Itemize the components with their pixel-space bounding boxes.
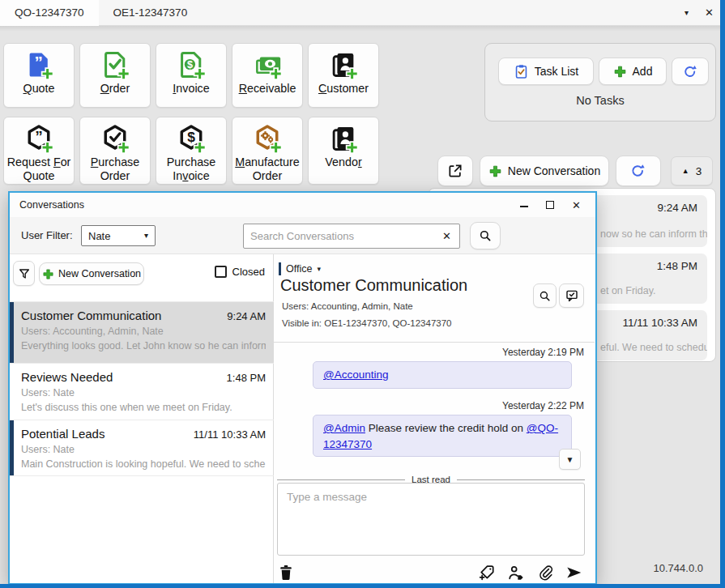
quote-document-icon: ”	[23, 49, 54, 80]
svg-text:”: ”	[35, 128, 43, 145]
dollar-hexagon-icon: $	[176, 123, 207, 154]
no-tasks-text: No Tasks	[485, 94, 715, 107]
message-timestamp: Yesterday 2:22 PM	[502, 400, 584, 411]
mention-link[interactable]: @Admin	[323, 422, 365, 434]
mention-link[interactable]: @Accounting	[323, 369, 389, 381]
tab-oe1-12347370[interactable]: OE1-12347370	[99, 0, 203, 26]
peek-time: 1:48 PM	[657, 260, 697, 272]
quote-button[interactable]: ” Quote	[3, 43, 75, 108]
refresh-conversations-button[interactable]	[616, 156, 661, 186]
tab-bar: QO-12347370 OE1-12347370 ▾ ✕	[0, 0, 725, 26]
task-panel: Task List Add No Tasks	[484, 43, 716, 121]
dialog-titlebar[interactable]: Conversations ✕	[10, 193, 595, 217]
triangle-down-icon: ▼	[566, 455, 574, 464]
thread-users: Users: Accounting, Admin, Nate	[282, 301, 413, 311]
peek-preview: eful. We need to schedul	[600, 342, 707, 353]
collapse-panel-button[interactable]: ▲ 3	[671, 156, 713, 185]
unread-indicator	[10, 420, 14, 475]
closed-filter[interactable]: Closed	[215, 266, 265, 278]
dollar-document-icon: $	[176, 49, 207, 80]
message-text: Please review the credit hold on	[365, 422, 527, 434]
plus-icon	[488, 164, 502, 178]
purchase-invoice-button[interactable]: $ Purchase Invoice	[156, 117, 227, 185]
mark-read-button[interactable]	[559, 283, 584, 308]
search-in-thread-button[interactable]	[533, 283, 557, 308]
conversation-title: Customer Communication	[21, 309, 161, 322]
window-close-icon[interactable]: ✕	[705, 7, 714, 18]
peek-time: 11/11 10:33 AM	[622, 317, 697, 329]
contact-card-icon	[328, 49, 359, 80]
version-label: 10.744.0.0	[654, 562, 703, 574]
receivable-label: Receivable	[239, 82, 296, 96]
search-conversations-input[interactable]	[244, 230, 434, 242]
new-conversation-label: New Conversation	[58, 268, 141, 279]
close-icon[interactable]: ✕	[572, 200, 581, 211]
clear-search-icon[interactable]: ✕	[434, 230, 459, 242]
compose-toolbar	[277, 562, 585, 583]
message-bubble: @Admin Please review the credit hold on …	[313, 415, 572, 457]
search-icon	[478, 228, 493, 243]
plus-icon	[42, 268, 54, 280]
minimize-icon[interactable]	[520, 206, 528, 207]
tab-label: QO-12347370	[15, 6, 84, 19]
task-list-button[interactable]: Task List	[498, 58, 594, 85]
request-for-quote-button[interactable]: ” Request For Quote	[3, 117, 75, 185]
pop-out-button[interactable]	[437, 156, 473, 186]
order-button[interactable]: Order	[79, 43, 151, 108]
user-filter-value: Nate	[88, 230, 110, 242]
tab-label: OE1-12347370	[113, 6, 188, 19]
office-dropdown[interactable]: Office ▾	[279, 262, 321, 275]
invoice-button[interactable]: $ Invoice	[156, 43, 227, 108]
add-task-button[interactable]: Add	[599, 58, 667, 85]
assign-person-icon[interactable]	[507, 564, 525, 582]
send-icon[interactable]	[565, 564, 583, 582]
user-filter-select[interactable]: Nate ▾	[81, 225, 156, 246]
peek-time: 9:24 AM	[657, 202, 697, 214]
dialog-filter-row: User Filter: Nate ▾ ✕	[10, 217, 595, 254]
new-conversation-button[interactable]: New Conversation	[480, 156, 609, 186]
request-for-quote-label: Request For Quote	[4, 156, 74, 183]
refresh-tasks-button[interactable]	[672, 58, 709, 85]
vendor-button[interactable]: Vendor	[308, 117, 379, 185]
check-document-icon	[100, 49, 130, 80]
quote-hexagon-icon: ”	[23, 123, 54, 154]
customer-label: Customer	[318, 82, 369, 96]
vendor-label: Vendor	[325, 156, 361, 169]
window-border	[0, 584, 725, 588]
conversation-item-reviews-needed[interactable]: Reviews Needed 1:48 PM Users: Nate Let's…	[10, 363, 274, 420]
conversation-users: Users: Nate	[21, 387, 266, 398]
filter-button[interactable]	[13, 261, 35, 286]
purchase-order-button[interactable]: Purchase Order	[79, 117, 151, 185]
unread-indicator	[10, 302, 14, 363]
conversation-item-potential-leads[interactable]: Potential Leads 11/11 10:33 AM Users: Na…	[10, 420, 274, 476]
delete-icon[interactable]	[277, 564, 295, 582]
chevron-down-icon: ▾	[317, 266, 321, 273]
tab-qo-12347370[interactable]: QO-12347370	[0, 0, 99, 26]
conversation-title: Reviews Needed	[21, 370, 113, 384]
scroll-to-bottom-button[interactable]: ▼	[559, 449, 581, 470]
search-icon	[538, 289, 552, 303]
customer-button[interactable]: Customer	[308, 43, 379, 108]
attachment-icon[interactable]	[536, 564, 554, 582]
maximize-icon[interactable]	[546, 201, 554, 209]
add-tag-icon[interactable]	[478, 564, 496, 582]
funnel-icon	[18, 267, 31, 280]
conversation-item-customer-communication[interactable]: Customer Communication 9:24 AM Users: Ac…	[10, 301, 274, 363]
receivable-button[interactable]: Receivable	[232, 43, 303, 108]
window-menu-caret-icon[interactable]: ▾	[684, 9, 689, 17]
conversation-time: 11/11 10:33 AM	[194, 428, 266, 441]
thread-pane: Office ▾ Customer Communication Users: A…	[274, 254, 595, 583]
conversation-users: Users: Nate	[21, 444, 266, 455]
thread-title: Customer Communication	[280, 276, 467, 295]
check-hexagon-icon	[100, 123, 130, 154]
conversation-list-pane: New Conversation Closed Customer Communi…	[10, 254, 274, 583]
thread-visible-in: Visible in: OE1-12347370, QO-12347370	[282, 318, 452, 328]
search-button[interactable]	[470, 222, 501, 249]
closed-checkbox[interactable]	[215, 266, 227, 278]
new-conversation-button[interactable]: New Conversation	[39, 262, 144, 285]
app-window: QO-12347370 OE1-12347370 ▾ ✕ ” Quote Ord…	[0, 0, 725, 588]
message-input[interactable]	[277, 483, 585, 556]
manufacture-order-button[interactable]: Manufacture Order	[232, 117, 303, 185]
message-check-icon	[565, 288, 579, 303]
message-bubble: @Accounting	[313, 361, 572, 389]
